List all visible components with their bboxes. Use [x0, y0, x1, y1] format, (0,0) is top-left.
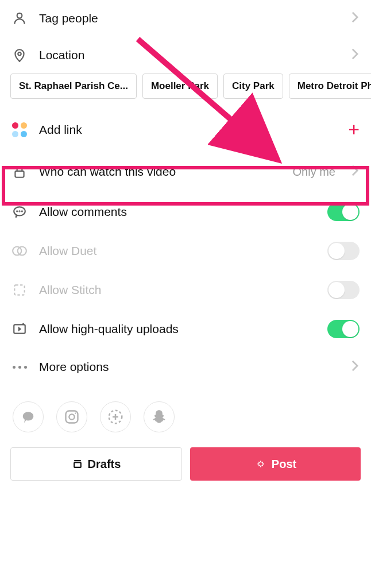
svg-rect-9: [14, 285, 24, 295]
lock-icon: [11, 164, 28, 180]
location-chip[interactable]: Metro Detroit Phon: [289, 74, 371, 99]
share-comment-icon[interactable]: [13, 401, 44, 432]
chevron-right-icon: [350, 48, 360, 63]
svg-rect-16: [74, 463, 81, 467]
drafts-button[interactable]: Drafts: [10, 447, 182, 481]
svg-point-4: [17, 211, 17, 211]
hq-upload-icon: [11, 321, 28, 337]
allow-hq-row: Allow high-quality uploads: [0, 310, 371, 349]
chevron-right-icon: [350, 11, 360, 26]
stitch-icon: [11, 282, 28, 298]
comment-icon: [11, 204, 28, 220]
location-chip[interactable]: St. Raphael Parish Ce...: [10, 74, 137, 99]
svg-point-13: [69, 414, 74, 419]
tag-people-row[interactable]: Tag people: [0, 0, 371, 37]
location-suggestions: St. Raphael Parish Ce... Moeller Park Ci…: [0, 74, 371, 108]
allow-comments-toggle[interactable]: [327, 203, 360, 221]
privacy-label: Who can watch this video: [39, 165, 281, 179]
add-link-label: Add link: [39, 123, 337, 137]
bottom-actions: Drafts Post: [0, 443, 371, 491]
tag-people-label: Tag people: [39, 11, 339, 25]
svg-point-11: [23, 412, 34, 420]
plus-icon[interactable]: +: [348, 118, 360, 141]
allow-stitch-row: Allow Stitch: [0, 270, 371, 310]
more-options-row[interactable]: More options: [0, 349, 371, 385]
duet-icon: [11, 243, 28, 259]
post-label: Post: [272, 458, 296, 471]
location-chip[interactable]: Moeller Park: [142, 74, 218, 99]
snapchat-icon[interactable]: [144, 401, 175, 432]
allow-duet-row: Allow Duet: [0, 231, 371, 270]
svg-point-8: [18, 246, 26, 255]
svg-point-0: [17, 13, 22, 18]
allow-hq-label: Allow high-quality uploads: [39, 322, 316, 336]
allow-duet-label: Allow Duet: [39, 244, 316, 258]
add-story-icon[interactable]: [100, 401, 131, 432]
chevron-right-icon: [350, 164, 360, 179]
more-options-label: More options: [39, 360, 339, 374]
allow-comments-label: Allow comments: [39, 205, 316, 219]
privacy-row[interactable]: Who can watch this video Only me: [0, 151, 371, 192]
person-icon: [11, 10, 28, 26]
chevron-right-icon: [350, 359, 360, 374]
allow-stitch-toggle[interactable]: [327, 281, 360, 299]
location-pin-icon: [11, 47, 28, 63]
allow-stitch-label: Allow Stitch: [39, 283, 316, 297]
link-dots-icon: [11, 122, 28, 138]
privacy-value: Only me: [293, 165, 335, 179]
svg-point-5: [19, 211, 20, 211]
location-label: Location: [39, 48, 339, 62]
ellipsis-icon: [11, 359, 28, 375]
allow-comments-row: Allow comments: [0, 192, 371, 231]
post-button[interactable]: Post: [190, 447, 361, 481]
svg-point-1: [18, 52, 21, 55]
location-row[interactable]: Location: [0, 37, 371, 74]
svg-point-6: [22, 211, 22, 211]
location-chip[interactable]: City Park: [223, 74, 283, 99]
svg-rect-12: [66, 411, 78, 423]
svg-point-14: [75, 412, 76, 413]
drafts-icon: [72, 458, 83, 470]
allow-duet-toggle[interactable]: [327, 242, 360, 260]
drafts-label: Drafts: [88, 458, 121, 471]
instagram-icon[interactable]: [56, 401, 87, 432]
sparkle-icon: [254, 458, 267, 470]
svg-rect-2: [15, 171, 24, 177]
add-link-row[interactable]: Add link +: [0, 108, 371, 151]
allow-hq-toggle[interactable]: [327, 320, 360, 338]
share-icons-row: [0, 385, 371, 443]
